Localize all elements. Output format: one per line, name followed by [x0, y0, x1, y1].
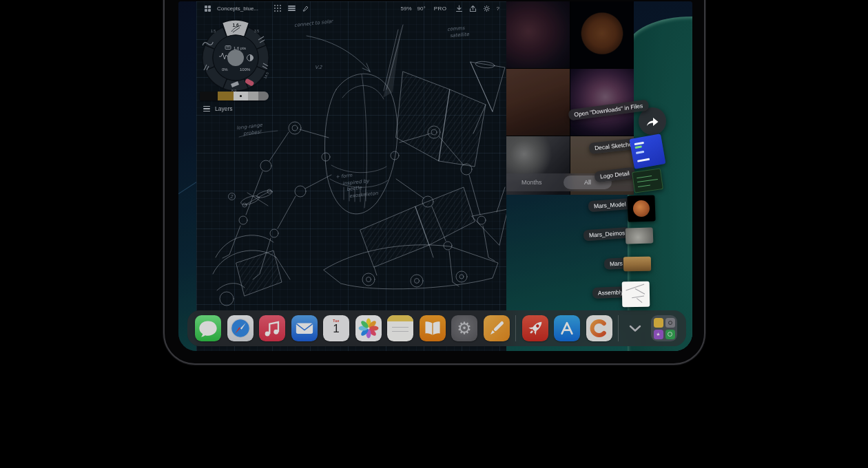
photo-mars-surface[interactable]	[506, 69, 570, 136]
app-library-mini-star: ★	[654, 330, 663, 339]
annotation-version: V.2	[315, 65, 322, 70]
dock-app-settings[interactable]: ⚙	[451, 315, 477, 341]
import-icon[interactable]	[455, 4, 464, 12]
app-library-mini-green	[665, 330, 675, 339]
layers-menu-icon	[203, 106, 210, 111]
concepts-app-window: Concepts_blue... 59% 90° PRO	[196, 1, 506, 351]
photo-horsehead-nebula[interactable]	[506, 1, 570, 68]
share-drop-button[interactable]	[639, 107, 666, 135]
ipad-screen: Concepts_blue... 59% 90° PRO	[178, 1, 692, 351]
active-tool-size: 1.6	[232, 23, 238, 28]
notes-header-strip	[387, 315, 413, 321]
ipad-device: Concepts_blue... 59% 90° PRO	[163, 0, 705, 365]
dock-app-notes[interactable]	[387, 315, 413, 341]
dock-app-rocket[interactable]	[522, 315, 548, 341]
app-grid-icon[interactable]	[203, 4, 211, 12]
mail-envelope-icon	[291, 315, 318, 341]
photos-flower-icon	[355, 315, 382, 341]
books-icon	[420, 315, 446, 341]
export-icon[interactable]	[469, 4, 477, 12]
dock-app-mail[interactable]	[291, 315, 318, 341]
tab-months[interactable]: Months	[521, 173, 542, 191]
layers-label: Layers	[215, 105, 233, 112]
messages-icon	[195, 315, 221, 341]
dock: Tue 1	[187, 310, 686, 346]
dock-divider	[618, 315, 619, 341]
chevron-down-icon	[628, 324, 642, 332]
opacity-max: 100%	[240, 67, 251, 72]
dock-app-music[interactable]	[259, 315, 285, 341]
drag-thumb-mars-model[interactable]	[627, 195, 655, 222]
dock-app-concepts[interactable]	[586, 315, 612, 341]
dock-app-messages[interactable]	[195, 315, 221, 341]
color-swatch[interactable]	[218, 92, 234, 100]
layers-button[interactable]: Layers	[203, 105, 233, 112]
settings-gear-icon[interactable]	[483, 4, 491, 12]
drag-thumb-logo-detail[interactable]	[632, 168, 663, 193]
photos-app-window: Months All	[506, 1, 634, 195]
safari-icon	[227, 315, 254, 341]
settings-gear-glyph: ⚙	[451, 315, 477, 341]
zoom-level[interactable]: 59%	[401, 6, 412, 12]
dock-app-safari[interactable]	[227, 315, 254, 341]
pro-badge[interactable]: PRO	[434, 6, 447, 12]
forward-arrow-icon	[645, 116, 659, 127]
pen-icon	[484, 315, 510, 341]
color-swatch[interactable]	[200, 92, 218, 100]
dock-app-library[interactable]: ★	[651, 315, 677, 341]
ring-size-left: 1.5	[211, 29, 216, 33]
dock-app-sketch[interactable]	[484, 315, 510, 341]
pen-nib-icon[interactable]	[301, 4, 309, 12]
drag-thumb-mars-deimos[interactable]	[626, 227, 654, 244]
appstore-icon	[554, 315, 580, 341]
color-swatch[interactable]	[248, 92, 258, 100]
drag-thumb-decal-sketches[interactable]	[630, 134, 666, 169]
drag-thumb-assembly[interactable]	[622, 281, 650, 308]
stroke-size-value: 1.6 pts	[234, 46, 246, 50]
concepts-toolbar: Concepts_blue... 59% 90° PRO	[196, 1, 506, 15]
dock-app-photos[interactable]	[355, 315, 382, 341]
photo-grid	[506, 1, 634, 195]
calendar-day: 1	[323, 322, 349, 336]
ring-size-right: 3.5	[254, 29, 259, 33]
help-button[interactable]: ?	[497, 6, 499, 12]
color-swatch-selected[interactable]	[234, 92, 248, 100]
color-swatch[interactable]	[258, 92, 269, 100]
concepts-c-icon	[586, 315, 612, 341]
dock-app-calendar[interactable]: Tue 1	[323, 315, 349, 341]
tool-wheel[interactable]: 1.6 1.5 3.5 14.5 8.9	[198, 17, 273, 94]
document-title[interactable]: Concepts_blue...	[217, 6, 258, 12]
drag-thumb-mars[interactable]	[623, 257, 651, 272]
dock-app-appstore[interactable]	[554, 315, 580, 341]
dot-grid-icon[interactable]	[273, 4, 282, 12]
dock-app-books[interactable]	[420, 315, 446, 341]
wheel-center-knob	[227, 50, 244, 66]
photo-mars-globe[interactable]	[570, 1, 634, 68]
canvas-rotation[interactable]: 90°	[417, 6, 426, 12]
app-library-mini-tips	[654, 318, 663, 328]
annotation-figure-number: 2	[228, 193, 236, 200]
opacity-min: 0%	[222, 67, 228, 72]
rocket-icon	[522, 315, 548, 341]
dock-divider	[515, 315, 516, 341]
color-palette	[200, 92, 269, 100]
app-library-mini-camera	[665, 318, 675, 328]
align-lines-icon[interactable]	[287, 4, 296, 12]
music-note-icon	[259, 315, 285, 341]
dock-collapse-button[interactable]	[625, 315, 645, 341]
